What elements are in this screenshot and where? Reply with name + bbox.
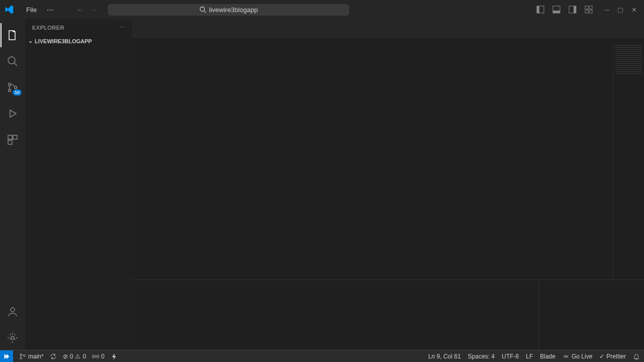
svg-point-24: [24, 354, 26, 356]
svg-rect-19: [8, 140, 12, 144]
breadcrumbs[interactable]: [132, 38, 644, 42]
editor-area: [132, 19, 644, 350]
command-center[interactable]: livewire3blogapp: [108, 4, 349, 16]
branch-name: main*: [28, 353, 44, 360]
svg-point-22: [20, 353, 22, 355]
svg-rect-17: [8, 135, 12, 139]
minimize-button[interactable]: ─: [602, 3, 612, 17]
activity-extensions-icon[interactable]: [1, 128, 25, 152]
eol-indicator[interactable]: LF: [526, 353, 533, 360]
sync-indicator[interactable]: [50, 353, 57, 360]
minimap[interactable]: [613, 42, 644, 280]
close-button[interactable]: ✕: [628, 3, 640, 17]
menu-overflow[interactable]: ⋯: [43, 4, 57, 16]
project-name: LIVEWIRE3BLOGAPP: [35, 38, 92, 44]
encoding-indicator[interactable]: UTF-8: [502, 353, 519, 360]
activity-explorer-icon[interactable]: [1, 23, 25, 47]
nav-forward-icon[interactable]: →: [89, 4, 100, 16]
action-indicator[interactable]: [111, 353, 118, 360]
project-header[interactable]: ⌄ LIVEWIRE3BLOGAPP: [25, 36, 132, 46]
branch-indicator[interactable]: main*: [19, 353, 44, 360]
maximize-button[interactable]: ▢: [614, 3, 626, 17]
status-bar: main* ⊘0 ⚠0 0 Ln 9, Col 61 Spaces: 4 UTF…: [0, 350, 644, 362]
layout-panel-icon[interactable]: [549, 3, 564, 17]
svg-rect-8: [585, 6, 588, 9]
vscode-logo-icon: [4, 5, 14, 15]
svg-point-21: [11, 336, 14, 339]
problems-indicator[interactable]: ⊘0 ⚠0: [63, 353, 86, 360]
svg-rect-18: [13, 135, 17, 139]
svg-point-12: [8, 57, 15, 64]
svg-rect-9: [589, 6, 592, 9]
go-live-button[interactable]: Go Live: [562, 353, 592, 360]
prettier-button[interactable]: ✓Prettier: [599, 353, 626, 360]
terminal-list: [538, 283, 644, 350]
ports-indicator[interactable]: 0: [92, 353, 105, 360]
svg-line-13: [14, 63, 17, 66]
svg-point-15: [9, 89, 11, 92]
layout-customize-icon[interactable]: [582, 3, 596, 17]
sidebar-title: EXPLORER: [32, 25, 64, 31]
svg-point-16: [15, 86, 17, 89]
svg-point-25: [95, 355, 97, 357]
svg-point-20: [11, 308, 15, 312]
search-icon: [199, 6, 206, 13]
activity-debug-icon[interactable]: [1, 102, 25, 126]
language-indicator[interactable]: Blade: [540, 353, 555, 360]
activity-bar: 58: [0, 19, 25, 350]
remote-indicator[interactable]: [0, 350, 13, 363]
spaces-indicator[interactable]: Spaces: 4: [468, 353, 495, 360]
svg-point-23: [20, 357, 22, 359]
cursor-position[interactable]: Ln 9, Col 61: [428, 353, 461, 360]
terminal-output[interactable]: [132, 283, 538, 350]
nav-back-icon[interactable]: ←: [74, 4, 85, 16]
editor-tabs: [132, 19, 644, 38]
activity-scm-icon[interactable]: 58: [1, 75, 25, 100]
svg-rect-10: [585, 10, 588, 13]
svg-line-1: [204, 11, 206, 13]
svg-point-0: [200, 7, 204, 12]
svg-point-26: [565, 355, 567, 357]
activity-search-icon[interactable]: [1, 49, 25, 73]
title-bar: File ⋯ ← → livewire3blogapp ─ ▢ ✕: [0, 0, 644, 19]
file-tree: [25, 46, 132, 350]
svg-point-14: [9, 83, 11, 86]
svg-rect-5: [553, 11, 560, 13]
menu-file[interactable]: File: [22, 4, 41, 16]
svg-rect-3: [537, 6, 539, 13]
svg-rect-11: [589, 10, 592, 13]
layout-secondary-icon[interactable]: [566, 3, 580, 17]
scm-badge: 58: [13, 89, 22, 96]
sidebar: EXPLORER ⋯ ⌄ LIVEWIRE3BLOGAPP: [25, 19, 132, 350]
sidebar-more-icon[interactable]: ⋯: [119, 24, 125, 31]
layout-primary-icon[interactable]: [533, 3, 547, 17]
activity-settings-icon[interactable]: [1, 326, 25, 350]
notifications-icon[interactable]: [633, 353, 640, 360]
code-editor[interactable]: [160, 42, 613, 280]
command-center-text: livewire3blogapp: [209, 6, 258, 14]
line-gutter: [132, 42, 160, 280]
svg-rect-7: [574, 6, 576, 13]
bottom-panel: [132, 280, 644, 350]
activity-account-icon[interactable]: [1, 300, 25, 324]
